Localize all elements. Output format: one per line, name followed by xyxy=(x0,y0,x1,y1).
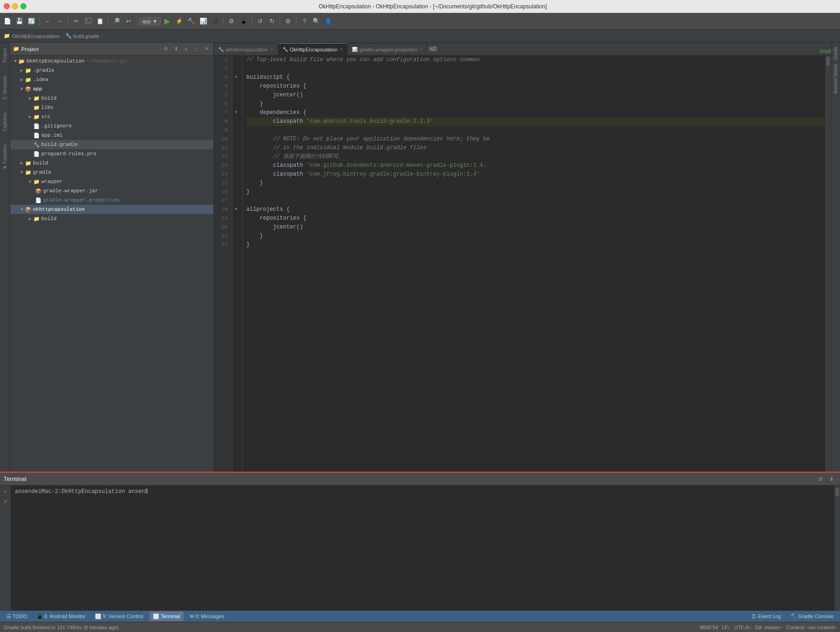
minimize-button[interactable] xyxy=(12,3,18,9)
gradle-panel-tab[interactable]: Gradle xyxy=(822,47,831,55)
module-icon-okhttp: 📦 xyxy=(25,207,31,213)
terminal-scrollbar-thumb[interactable] xyxy=(835,487,839,497)
project-panel-settings-btn[interactable]: ≡ xyxy=(182,45,190,53)
terminal-close-btn[interactable]: ✕ xyxy=(1,498,10,506)
bottom-tab-version-control[interactable]: ⬜ 9: Version Control xyxy=(92,612,146,621)
breadcrumb-file[interactable]: 🔧 build.gradle xyxy=(65,33,100,39)
tree-item-gradle-hidden[interactable]: ▶ 📁 .gradle xyxy=(10,66,213,75)
sidebar-tab-structure[interactable]: Z: Structure xyxy=(1,74,8,101)
save-btn[interactable]: 💾 xyxy=(14,16,25,27)
sync-btn[interactable]: 🔄 xyxy=(26,16,37,27)
tree-item-libs[interactable]: 📁 libs xyxy=(10,103,213,112)
terminal-minimize-btn[interactable]: ⬇ xyxy=(827,474,836,484)
tab-close-okhttp[interactable]: ✕ xyxy=(270,47,274,52)
bottom-tab-android-monitor[interactable]: 📱 6: Android Monitor xyxy=(34,612,88,621)
gutter-10 xyxy=(232,135,240,144)
run-button[interactable]: ▶ xyxy=(162,16,173,27)
tree-item-app-build[interactable]: ▶ 📁 build xyxy=(10,94,213,103)
copy-btn[interactable]: ⿺ xyxy=(82,16,94,27)
run-config-dropdown[interactable]: app ▼ xyxy=(139,17,161,25)
code-content[interactable]: // Top-level build file where you can ad… xyxy=(243,56,825,472)
sidebar-tab-android-model[interactable]: Android Model xyxy=(832,62,839,95)
code-editor[interactable]: 1 2 3 4 5 6 7 8 9 10 11 12 13 14 15 16 1… xyxy=(214,56,831,472)
tree-root[interactable]: ▼ 📂 OkHttpEncapsulation ~/Documents/git xyxy=(10,57,213,66)
user-btn[interactable]: 👤 xyxy=(323,16,334,27)
find-btn[interactable]: 🔎 xyxy=(111,16,122,27)
tree-item-root-build[interactable]: ▶ 📁 build xyxy=(10,158,213,168)
project-panel-gear-btn[interactable]: ⚙ xyxy=(162,45,170,53)
cut-btn[interactable]: ✂ xyxy=(70,16,81,27)
project-panel-close-btn[interactable]: ✕ xyxy=(202,45,211,53)
back-btn[interactable]: ← xyxy=(42,16,53,27)
sdk-manager-btn[interactable]: ⚙ xyxy=(226,16,237,27)
stop-btn[interactable]: ⬛ xyxy=(210,16,221,27)
tab-overflow-counter[interactable]: ≡2 xyxy=(428,46,437,51)
tab-close-main[interactable]: ✕ xyxy=(339,47,343,52)
tree-label-build-gradle: build.gradle xyxy=(41,142,78,147)
breadcrumb-project[interactable]: OkHttpEncapsulation xyxy=(12,33,60,39)
editor-scrollbar[interactable] xyxy=(825,56,831,472)
help-btn[interactable]: ? xyxy=(299,16,310,27)
scrollbar-thumb[interactable] xyxy=(826,57,830,66)
sidebar-tab-project[interactable]: Project xyxy=(1,46,8,64)
project-panel-scroll-btn[interactable]: ↕ xyxy=(192,45,201,53)
tree-item-proguard[interactable]: 📄 proguard-rules.pro xyxy=(10,149,213,158)
code-line-21: } xyxy=(246,232,825,240)
terminal-settings-btn[interactable]: ⚙ xyxy=(816,474,825,484)
terminal-add-btn[interactable]: + xyxy=(1,487,10,496)
terminal-scrollbar[interactable] xyxy=(834,486,840,611)
tree-item-app-iml[interactable]: 📄 app.iml xyxy=(10,131,213,140)
tree-item-gradle-jar[interactable]: 📦 gradle-wrapper.jar xyxy=(10,186,213,196)
gradle-console-btn[interactable]: 🔨 Gradle Console xyxy=(788,612,836,621)
tree-item-app[interactable]: ▼ 📦 app xyxy=(10,84,213,94)
status-linesep[interactable]: LF↕ xyxy=(722,625,730,630)
event-log-btn[interactable]: 🗒 Event Log xyxy=(749,612,784,621)
search-everywhere-btn[interactable]: 🔍 xyxy=(311,16,322,27)
project-panel-sort-btn[interactable]: ⬍ xyxy=(172,45,180,53)
status-position[interactable]: 8600:54 xyxy=(700,625,718,630)
build-apk-btn[interactable]: 🔨 xyxy=(186,16,197,27)
redo-btn[interactable]: ↻ xyxy=(266,16,277,27)
tree-item-gradle[interactable]: ▼ 📁 gradle xyxy=(10,168,213,177)
forward-btn[interactable]: → xyxy=(54,16,65,27)
file-icon-build-gradle: 🔧 xyxy=(33,142,40,148)
settings-btn[interactable]: ⚙ xyxy=(282,16,294,27)
bottom-tab-messages[interactable]: ✉ 0: Messages xyxy=(187,612,227,621)
undo-btn[interactable]: ↺ xyxy=(254,16,265,27)
new-file-btn[interactable]: 📄 xyxy=(2,16,13,27)
replace-btn[interactable]: ↩ xyxy=(123,16,134,27)
debug-btn[interactable]: ⚡ xyxy=(174,16,185,27)
sync-gradle-btn[interactable]: 📊 xyxy=(198,16,209,27)
tree-item-wrapper[interactable]: ▼ 📁 wrapper xyxy=(10,177,213,186)
maximize-button[interactable] xyxy=(20,3,26,9)
gradle-console-label: Gradle Console xyxy=(798,613,834,619)
bottom-tab-todo[interactable]: ☰ TODO xyxy=(4,612,30,621)
code-line-12: // 添加下面两行代码即可。 xyxy=(246,152,825,161)
tree-item-idea[interactable]: ▶ 📁 .idea xyxy=(10,75,213,84)
close-button[interactable] xyxy=(4,3,10,9)
tab-gradle-wrapper[interactable]: 📊 gradle-wrapper.properties ✕ xyxy=(348,43,427,55)
todo-label: TODO xyxy=(13,613,27,619)
tree-item-okhttp-build[interactable]: ▶ 📁 build xyxy=(10,214,213,223)
tree-item-gitignore[interactable]: 📄 .gitignore xyxy=(10,121,213,131)
tab-okhttpcapsulation[interactable]: 🔧 okhttencapsulation ✕ xyxy=(214,43,278,55)
gutter-17 xyxy=(232,196,240,205)
sidebar-tab-captures[interactable]: Captures xyxy=(1,111,8,133)
status-encoding[interactable]: UTF-8÷ xyxy=(734,625,751,630)
status-vcs[interactable]: Git: master÷ xyxy=(755,625,783,630)
tree-arrow-src: ▶ xyxy=(27,114,33,120)
avd-manager-btn[interactable]: 📱 xyxy=(238,16,249,27)
tree-item-build-gradle[interactable]: 🔧 build.gradle xyxy=(10,140,213,149)
tab-okhttp-encapsulation[interactable]: 🔧 OkHttpEncapsulation ✕ xyxy=(278,43,347,55)
tree-item-gradle-props[interactable]: 📄 gradle-wrapper.properties xyxy=(10,196,213,205)
sidebar-tab-gradle[interactable]: Gradle xyxy=(832,44,839,62)
tab-close-wrapper[interactable]: ✕ xyxy=(419,47,423,52)
tree-item-okhttp[interactable]: ▼ 📦 okhttpcapsulation xyxy=(10,205,213,214)
tree-item-src[interactable]: ▶ 📁 src xyxy=(10,112,213,121)
bottom-tab-terminal[interactable]: ⬜ Terminal xyxy=(150,612,183,621)
terminal-content[interactable]: ansendeiMac-2:OkHttpEncapsulation ansen$ xyxy=(11,486,834,611)
ln-3: 3 xyxy=(214,73,229,82)
paste-btn[interactable]: 📋 xyxy=(94,16,106,27)
sidebar-tab-favorites[interactable]: ★ Favorites xyxy=(1,143,8,172)
code-line-11: // in the individual module build.gradle… xyxy=(246,144,825,152)
